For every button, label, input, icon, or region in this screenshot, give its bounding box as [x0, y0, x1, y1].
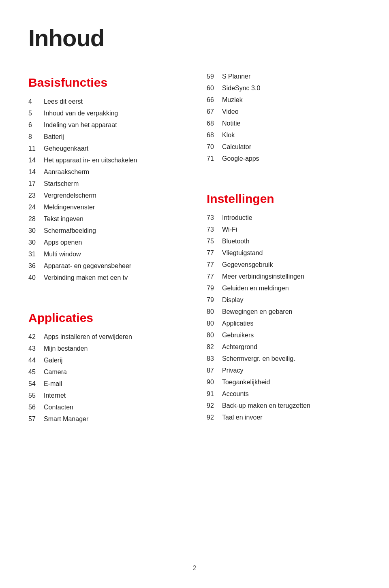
toc-text: Schermafbeelding	[44, 226, 96, 236]
toc-num: 24	[28, 202, 44, 212]
page-number: 2	[0, 565, 389, 572]
toc-text: SideSync 3.0	[222, 83, 260, 93]
list-item: 4Lees dit eerst	[28, 97, 182, 107]
toc-text: Schermvergr. en beveilig.	[222, 354, 295, 364]
list-item: 92Back-up maken en terugzetten	[207, 401, 361, 411]
toc-num: 31	[28, 249, 44, 259]
toc-num: 79	[207, 283, 222, 293]
list-item: 36Apparaat- en gegevensbeheer	[28, 261, 182, 271]
list-item: 77Gegevensgebruik	[207, 260, 361, 270]
applicaties-list: 42Apps installeren of verwijderen43Mijn …	[28, 332, 182, 424]
toc-num: 40	[28, 273, 44, 283]
applicaties-section: Applicaties 42Apps installeren of verwij…	[28, 307, 182, 436]
list-item: 68Notitie	[207, 119, 361, 128]
toc-num: 82	[207, 342, 222, 352]
toc-num: 67	[207, 107, 222, 117]
toc-num: 8	[28, 132, 44, 142]
toc-num: 42	[28, 332, 44, 342]
toc-text: Display	[222, 295, 243, 305]
list-item: 28Tekst ingeven	[28, 214, 182, 224]
toc-text: Klok	[222, 130, 235, 140]
toc-text: Mijn bestanden	[44, 344, 88, 354]
toc-text: Gebruikers	[222, 330, 254, 340]
toc-text: Verbinding maken met een tv	[44, 273, 128, 283]
list-item: 23Vergrendelscherm	[28, 191, 182, 200]
list-item: 31Multi window	[28, 249, 182, 259]
toc-text: Back-up maken en terugzetten	[222, 401, 310, 411]
toc-num: 80	[207, 319, 222, 328]
toc-num: 36	[28, 261, 44, 271]
page-container: Downloaded from www. vandenborre.be Down…	[0, 0, 389, 588]
list-item: 42Apps installeren of verwijderen	[28, 332, 182, 342]
toc-text: Smart Manager	[44, 414, 88, 424]
list-item: 77Vliegtuigstand	[207, 248, 361, 258]
list-item: 30Schermafbeelding	[28, 226, 182, 236]
toc-text: Multi window	[44, 249, 81, 259]
list-item: 56Contacten	[28, 403, 182, 412]
list-item: 80Gebruikers	[207, 330, 361, 340]
instellingen-title: Instellingen	[207, 192, 361, 206]
toc-num: 73	[207, 225, 222, 234]
toc-num: 91	[207, 389, 222, 399]
toc-num: 30	[28, 226, 44, 236]
toc-num: 11	[28, 144, 44, 153]
main-title: Inhoud	[28, 24, 361, 51]
toc-text: Apps openen	[44, 238, 82, 247]
list-item: 55Internet	[28, 391, 182, 401]
list-item: 80Bewegingen en gebaren	[207, 307, 361, 317]
list-item: 59S Planner	[207, 72, 361, 81]
list-item: 92Taal en invoer	[207, 413, 361, 422]
list-item: 83Schermvergr. en beveilig.	[207, 354, 361, 364]
toc-text: Calculator	[222, 142, 251, 152]
list-item: 14Aanraakscherm	[28, 167, 182, 177]
list-item: 90Toegankelijkheid	[207, 377, 361, 387]
toc-text: Indeling van het apparaat	[44, 120, 117, 130]
toc-text: Aanraakscherm	[44, 167, 89, 177]
list-item: 91Accounts	[207, 389, 361, 399]
list-item: 8Batterij	[28, 132, 182, 142]
toc-text: Het apparaat in- en uitschakelen	[44, 156, 137, 165]
toc-text: Achtergrond	[222, 342, 257, 352]
list-item: 87Privacy	[207, 366, 361, 375]
toc-num: 30	[28, 238, 44, 247]
toc-text: Apparaat- en gegevensbeheer	[44, 261, 131, 271]
list-item: 73Introductie	[207, 213, 361, 223]
list-item: 66Muziek	[207, 95, 361, 105]
toc-text: Toegankelijkheid	[222, 377, 270, 387]
list-item: 77Meer verbindingsinstellingen	[207, 272, 361, 281]
applicaties-title: Applicaties	[28, 311, 182, 325]
toc-text: Applicaties	[222, 319, 253, 328]
toc-num: 57	[28, 414, 44, 424]
toc-num: 92	[207, 413, 222, 422]
toc-text: Meer verbindingsinstellingen	[222, 272, 304, 281]
toc-num: 75	[207, 236, 222, 246]
list-item: 73Wi-Fi	[207, 225, 361, 234]
toc-text: Bluetooth	[222, 236, 250, 246]
basisfuncties-section: Basisfuncties 4Lees dit eerst5Inhoud van…	[28, 72, 182, 295]
toc-text: Inhoud van de verpakking	[44, 109, 118, 118]
toc-num: 23	[28, 191, 44, 200]
list-item: 40Verbinding maken met een tv	[28, 273, 182, 283]
list-item: 71Google-apps	[207, 154, 361, 164]
right-top-list: 59S Planner60SideSync 3.066Muziek67Video…	[207, 72, 361, 164]
toc-num: 73	[207, 213, 222, 223]
toc-text: S Planner	[222, 72, 250, 81]
toc-num: 60	[207, 83, 222, 93]
list-item: 82Achtergrond	[207, 342, 361, 352]
toc-num: 83	[207, 354, 222, 364]
toc-num: 77	[207, 272, 222, 281]
toc-num: 43	[28, 344, 44, 354]
list-item: 6Indeling van het apparaat	[28, 120, 182, 130]
toc-text: Contacten	[44, 403, 73, 412]
toc-num: 79	[207, 295, 222, 305]
list-item: 70Calculator	[207, 142, 361, 152]
toc-num: 70	[207, 142, 222, 152]
list-item: 75Bluetooth	[207, 236, 361, 246]
list-item: 60SideSync 3.0	[207, 83, 361, 93]
toc-num: 6	[28, 120, 44, 130]
list-item: 14Het apparaat in- en uitschakelen	[28, 156, 182, 165]
toc-text: Video	[222, 107, 239, 117]
toc-text: Geheugenkaart	[44, 144, 88, 153]
toc-text: Bewegingen en gebaren	[222, 307, 292, 317]
list-item: 57Smart Manager	[28, 414, 182, 424]
